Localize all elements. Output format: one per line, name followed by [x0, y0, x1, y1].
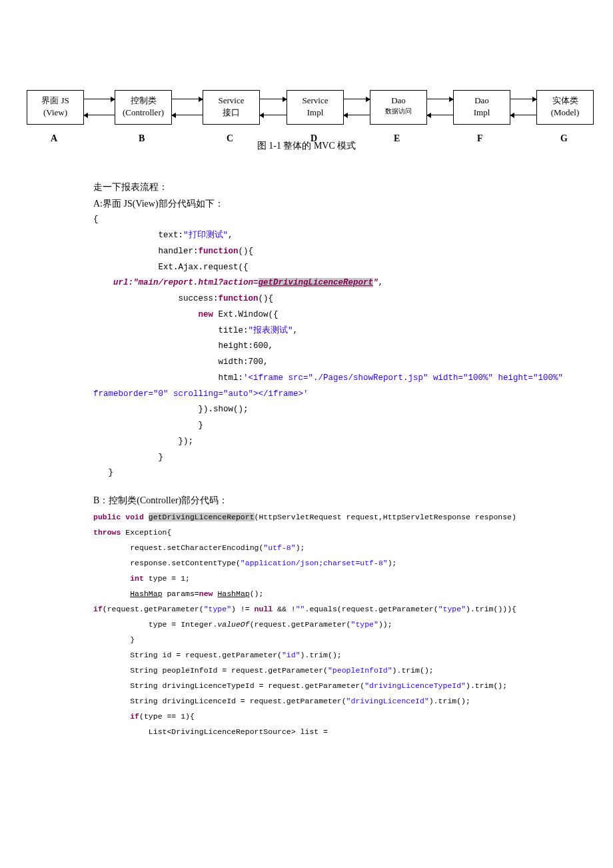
diagram-label-e: E [394, 133, 400, 144]
diagram-box-e: Dao数据访问 [370, 90, 427, 125]
arrow-back-0 [84, 115, 115, 115]
diagram-box-a: 界面 JS(View) [27, 90, 84, 125]
arrow-back-5 [510, 115, 536, 115]
code-block-b: public void getDrivingLicenceReport(Http… [93, 509, 573, 739]
diagram-box-c: Service接口 [203, 90, 260, 125]
diagram-label-g: G [560, 133, 568, 144]
arrow-forward-3 [344, 99, 370, 99]
code-block-a: { text:"打印测试", handler:function(){ Ext.A… [93, 212, 573, 481]
section-a-title: A:界面 JS(View)部分代码如下： [93, 195, 573, 212]
mvc-diagram: 界面 JS(View)A控制类(Controller)BService接口CSe… [20, 53, 593, 133]
url-line: url:"main/report.html?action=getDrivingL… [113, 278, 378, 287]
arrow-forward-0 [84, 99, 115, 99]
diagram-box-f: DaoImpl [453, 90, 510, 125]
arrow-forward-4 [427, 99, 453, 99]
action-highlight: getDrivingLicenceReport [259, 278, 374, 287]
section-b-title: B：控制类(Controller)部分代码： [93, 495, 593, 507]
arrow-back-4 [427, 115, 453, 115]
arrow-back-2 [260, 115, 287, 115]
diagram-label-a: A [51, 133, 57, 144]
method-name-highlight: getDrivingLicenceReport [149, 513, 255, 521]
diagram-box-g: 实体类(Model) [536, 90, 594, 125]
diagram-label-b: B [139, 133, 145, 144]
diagram-label-c: C [227, 133, 233, 144]
arrow-forward-2 [260, 99, 287, 99]
arrow-forward-5 [510, 99, 536, 99]
diagram-box-b: 控制类(Controller) [115, 90, 172, 125]
flow-intro: 走一下报表流程： [93, 179, 573, 195]
figure-caption: 图 1-1 整体的 MVC 模式 [20, 140, 593, 152]
diagram-label-d: D [310, 133, 317, 144]
arrow-forward-1 [172, 99, 203, 99]
diagram-label-f: F [477, 133, 483, 144]
arrow-back-1 [172, 115, 203, 115]
arrow-back-3 [344, 115, 370, 115]
diagram-box-d: ServiceImpl [287, 90, 344, 125]
